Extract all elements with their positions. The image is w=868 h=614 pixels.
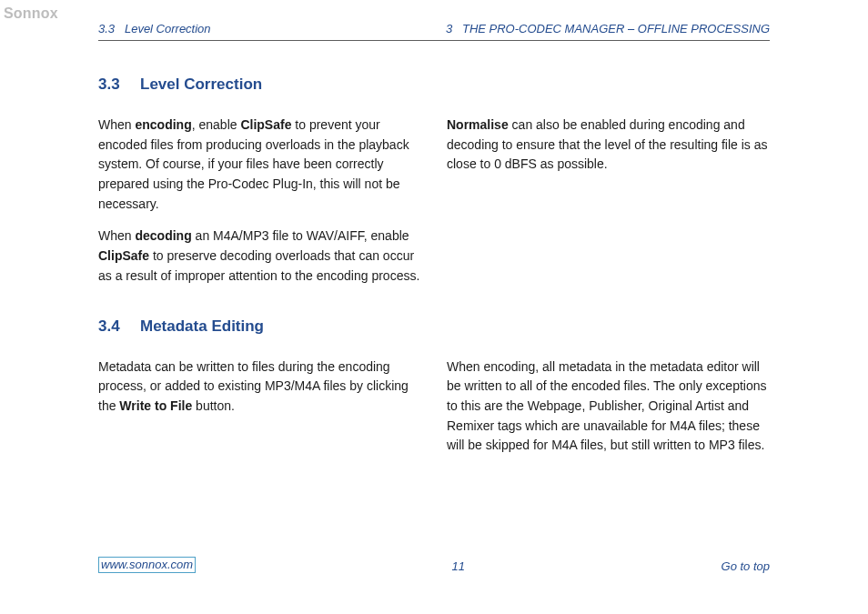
- text-run: an M4A/MP3 file to WAV/AIFF, enable: [192, 228, 409, 243]
- column-left: Metadata can be written to files during …: [98, 357, 421, 456]
- footer-url-link[interactable]: www.sonnox.com: [98, 557, 196, 573]
- section-3-3-body: When encoding, enable ClipSafe to preven…: [98, 116, 770, 287]
- page-footer: www.sonnox.com 11 Go to top: [98, 557, 770, 573]
- header-section-title: Level Correction: [125, 22, 211, 35]
- bold-term: Normalise: [447, 117, 509, 132]
- section-title: Level Correction: [140, 75, 262, 94]
- section-title: Metadata Editing: [140, 317, 264, 336]
- text-run: When: [98, 228, 135, 243]
- section-heading-3-4: 3.4 Metadata Editing: [98, 317, 770, 336]
- watermark-logo: Sonnox: [4, 5, 58, 22]
- paragraph: When decoding an M4A/MP3 file to WAV/AIF…: [98, 226, 421, 286]
- section-heading-3-3: 3.3 Level Correction: [98, 75, 770, 94]
- header-chapter-num: 3: [446, 22, 452, 35]
- paragraph: When encoding, all metadata in the metad…: [447, 357, 770, 456]
- bold-term: Write to File: [119, 398, 192, 413]
- page-number: 11: [196, 559, 721, 573]
- header-chapter-title: THE PRO-CODEC MANAGER – OFFLINE PROCESSI…: [462, 22, 770, 35]
- text-run: , enable: [192, 117, 241, 132]
- bold-term: ClipSafe: [98, 248, 149, 263]
- bold-term: decoding: [135, 228, 191, 243]
- section-number: 3.4: [98, 317, 124, 336]
- running-header-left: 3.3 Level Correction: [98, 22, 211, 35]
- text-run: When: [98, 117, 135, 132]
- running-header-right: 3 THE PRO-CODEC MANAGER – OFFLINE PROCES…: [446, 22, 770, 35]
- paragraph: When encoding, enable ClipSafe to preven…: [98, 116, 421, 214]
- column-right: Normalise can also be enabled during enc…: [447, 116, 770, 287]
- document-page: Sonnox 3.3 Level Correction 3 THE PRO-CO…: [0, 0, 868, 614]
- header-section-num: 3.3: [98, 22, 115, 35]
- section-3-4-body: Metadata can be written to files during …: [98, 357, 770, 456]
- column-right: When encoding, all metadata in the metad…: [447, 357, 770, 456]
- text-run: button.: [192, 398, 235, 413]
- running-header: 3.3 Level Correction 3 THE PRO-CODEC MAN…: [98, 22, 770, 41]
- page-content: 3.3 Level Correction 3 THE PRO-CODEC MAN…: [98, 22, 770, 573]
- paragraph: Normalise can also be enabled during enc…: [447, 116, 770, 175]
- section-number: 3.3: [98, 75, 124, 94]
- bold-term: encoding: [135, 117, 191, 132]
- go-to-top-link[interactable]: Go to top: [722, 559, 770, 573]
- bold-term: ClipSafe: [240, 117, 291, 132]
- column-left: When encoding, enable ClipSafe to preven…: [98, 116, 421, 287]
- paragraph: Metadata can be written to files during …: [98, 357, 421, 417]
